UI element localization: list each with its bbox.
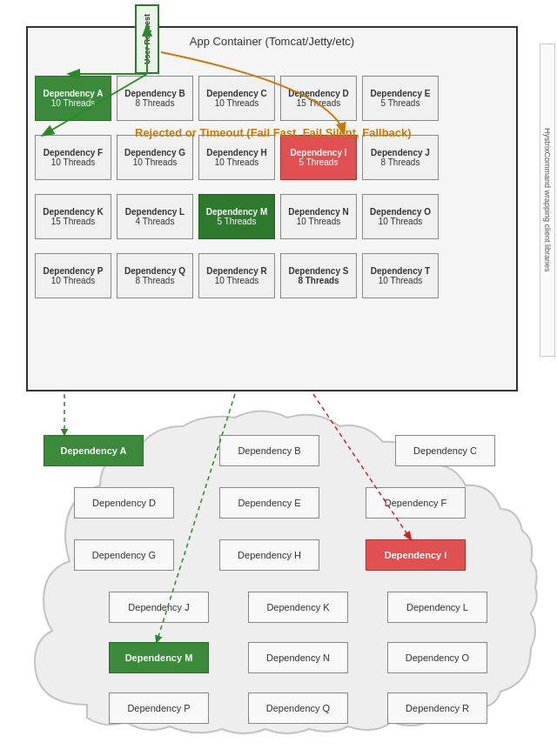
- cloud-dep-K: Dependency K: [248, 592, 348, 623]
- cloud-dep-F: Dependency F: [366, 487, 466, 518]
- thread-box-Q: Dependency Q 8 Threads: [117, 253, 193, 298]
- cloud-dep-O: Dependency O: [387, 642, 487, 673]
- cloud-dep-N: Dependency N: [248, 642, 348, 673]
- cloud-dep-P: Dependency P: [109, 692, 209, 724]
- thread-box-T: Dependency T 10 Threads: [362, 253, 439, 298]
- thread-box-B: Dependency B 8 Threads: [117, 76, 193, 121]
- thread-box-R: Dependency R 10 Threads: [198, 253, 275, 298]
- cloud-dep-G: Dependency G: [74, 539, 174, 571]
- cloud-dep-R: Dependency R: [387, 692, 487, 724]
- cloud-dep-C: Dependency C: [395, 435, 495, 466]
- cloud-dep-B: Dependency B: [219, 435, 319, 466]
- user-request-label: User Request: [143, 14, 151, 64]
- cloud-dep-A: Dependency A: [44, 435, 144, 466]
- thread-box-N: Dependency N 10 Threads: [280, 194, 357, 239]
- cloud-dep-H: Dependency H: [219, 539, 319, 571]
- cloud-dep-E: Dependency E: [219, 487, 319, 518]
- cloud-dep-L: Dependency L: [387, 592, 487, 623]
- rejected-label: Rejected or Timeout (Fail Fast, Fail Sil…: [135, 126, 412, 139]
- cloud-dep-D: Dependency D: [74, 487, 174, 518]
- app-container-box: App Container (Tomcat/Jetty/etc) Depende…: [26, 26, 518, 391]
- thread-box-A: Dependency A 10 Threads: [35, 76, 111, 121]
- cloud-dep-J: Dependency J: [109, 592, 209, 623]
- thread-box-K: Dependency K 15 Threads: [35, 194, 111, 239]
- thread-box-E: Dependency E 5 Threads: [362, 76, 439, 121]
- main-container: App Container (Tomcat/Jetty/etc) Depende…: [0, 0, 557, 756]
- thread-box-H: Dependency H 10 Threads: [198, 135, 275, 180]
- thread-box-F: Dependency F 10 Threads: [35, 135, 111, 180]
- app-container-label: App Container (Tomcat/Jetty/etc): [190, 35, 354, 48]
- thread-box-L: Dependency L 4 Threads: [117, 194, 193, 239]
- thread-box-G: Dependency G 10 Threads: [117, 135, 193, 180]
- thread-box-S: Dependency S 8 Threads: [280, 253, 357, 298]
- cloud-dep-M: Dependency M: [109, 642, 209, 673]
- thread-box-I: Dependency I 5 Threads: [280, 135, 357, 180]
- hystrix-label: HystrixCommand wrapping client libraries: [540, 43, 555, 357]
- thread-box-D: Dependency D 15 Threads: [280, 76, 357, 121]
- thread-box-J: Dependency J 8 Threads: [362, 135, 439, 180]
- thread-box-M: Dependency M 5 Threads: [198, 194, 275, 239]
- user-request-box: User Request: [135, 4, 159, 74]
- thread-box-P: Dependency P 10 Threads: [35, 253, 111, 298]
- cloud-dep-Q: Dependency Q: [248, 692, 348, 724]
- cloud-area: Dependency A Dependency B Dependency C D…: [17, 409, 540, 739]
- cloud-dep-I: Dependency I: [366, 539, 466, 571]
- thread-box-O: Dependency O 10 Threads: [362, 194, 439, 239]
- thread-box-C: Dependency C 10 Threads: [198, 76, 275, 121]
